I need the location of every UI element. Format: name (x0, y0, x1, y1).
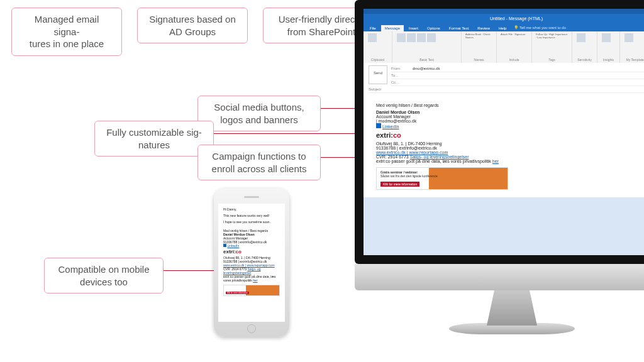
callout-managed: Managed email signa-tures in one place (11, 8, 122, 56)
callout-custom: Fully customizable sig-natures (94, 121, 214, 156)
templates-icon[interactable] (625, 33, 633, 42)
banner-cta[interactable]: Klik for mere information (380, 182, 419, 187)
italic-icon[interactable] (417, 33, 426, 42)
sig-privacy-link[interactable]: her (492, 159, 499, 163)
linkedin-icon[interactable] (376, 123, 381, 128)
font-icon[interactable] (397, 33, 406, 42)
insights-icon[interactable] (602, 33, 611, 42)
callout-text: Compatible on mobiledevices too (58, 264, 149, 287)
callout-mobile: Compatible on mobiledevices too (44, 258, 164, 293)
phone-home-button[interactable] (247, 324, 256, 333)
tags-labels[interactable]: Follow Up · High Importance · Low Import… (536, 33, 568, 39)
sig-web[interactable]: www.extrico.dk | www.reportapp.com (376, 150, 448, 155)
sig-closing: Med venlig hilsen / Best regards (376, 103, 644, 107)
phone-greeting: Hi Danny, (223, 207, 280, 211)
send-button[interactable]: Send (369, 65, 387, 84)
monitor-stand (487, 290, 537, 326)
tab-help[interactable]: Help (495, 25, 510, 31)
banner-cta[interactable]: Klik for mere information (226, 292, 249, 294)
campaign-banner[interactable]: Klik for mere information (223, 285, 280, 296)
group-label: Basic Text (396, 58, 457, 62)
outlook-ribbon: Clipboard Basic Text Address Book · Chec… (364, 31, 644, 63)
sig-privacy-link[interactable]: her (253, 278, 257, 282)
monitor-screen: Untitled - Message (HTML) File Message I… (364, 9, 644, 255)
callout-text: Fully customizable sig-natures (106, 127, 202, 150)
paste-icon[interactable] (368, 33, 377, 42)
callout-text: User-friendly directlyfrom SharePoint (279, 14, 365, 37)
phone-line2: I hope to see you sometime soon. (223, 220, 280, 224)
cc-label[interactable]: Cc… (391, 80, 413, 84)
group-label: Include (501, 58, 528, 62)
sig-title: Account Manager (376, 114, 644, 119)
tab-message[interactable]: Message (381, 25, 404, 31)
bullets-icon[interactable] (427, 33, 436, 42)
sig-cvr: CVR: 2914 6773 (376, 155, 409, 159)
phone-screen: Hi Danny, This new feature works very we… (218, 204, 285, 322)
ribbon-insights: Insights (597, 31, 620, 63)
sig-privacy: extri:co passer godt på dine data, læs v… (376, 159, 491, 163)
callout-adgroups: Signatures based onAD Groups (137, 8, 248, 43)
sig-logo: extri:co (376, 131, 644, 139)
callout-social: Social media buttons,logos and banners (197, 96, 321, 131)
phone-speaker (244, 196, 259, 198)
outlook-tabstrip: File Message Insert Options Format Text … (364, 24, 644, 31)
tab-review[interactable]: Review (474, 25, 494, 31)
callout-text: Campaign functions toenroll across all c… (212, 151, 307, 174)
sig-address: Olufsvej 88, 1. | DK-7400 Herning (376, 141, 644, 146)
from-label: From (391, 67, 413, 70)
callout-text: Signatures based onAD Groups (149, 14, 236, 37)
group-label: My Templates (624, 58, 644, 62)
compose-fields: Send Fromdmo@extrico.dk To… Cc… Subject (364, 63, 644, 96)
monitor: Untitled - Message (HTML) File Message I… (355, 0, 644, 314)
phone-email-content: Hi Danny, This new feature works very we… (218, 204, 285, 300)
monitor-chin (355, 264, 644, 290)
phone-line1: This new feature works very well! (223, 214, 280, 217)
tab-formattext[interactable]: Format Text (445, 25, 473, 31)
window-title: Untitled - Message (HTML) (490, 16, 543, 21)
ribbon-basictext: Basic Text (392, 31, 462, 63)
sig-name: Daniel Mordue Olsen (376, 110, 644, 114)
monitor-bezel: Untitled - Message (HTML) File Message I… (355, 0, 644, 264)
outlook-qat (364, 9, 644, 14)
to-label[interactable]: To… (391, 74, 413, 77)
sensitivity-icon[interactable] (577, 33, 586, 42)
tab-options[interactable]: Options (423, 25, 444, 31)
compose-body[interactable]: Med venlig hilsen / Best regards Daniel … (364, 96, 644, 197)
sig-email-line: | modmo@extrico.dk (376, 119, 644, 123)
campaign-banner[interactable]: Gratis seminar / webinar:Sådan sat fra d… (376, 167, 508, 190)
banner-sub: Sådan sat fra den den ligside konference (380, 174, 438, 178)
sig-terms-link[interactable]: Salgs- og leveringsbetingelser (410, 155, 469, 159)
ribbon-names: Address Book · Check Names Names (462, 31, 497, 63)
callout-campaign: Campaign functions toenroll across all c… (197, 145, 321, 180)
group-label: Names (465, 58, 492, 62)
ribbon-clipboard: Clipboard (364, 31, 392, 63)
callout-text: Managed email signa-tures in one place (30, 14, 104, 49)
ribbon-tags: Follow Up · High Importance · Low Import… (532, 31, 572, 63)
group-label: Tags (536, 58, 568, 62)
linkedin-link[interactable]: LinkedIn (382, 124, 399, 129)
ribbon-sensitivity: Sensitivity (572, 31, 597, 63)
sig-privacy: extri:co passer godt på dine data, læs v… (223, 275, 275, 282)
group-label: Insights (601, 58, 616, 62)
include-labels[interactable]: Attach File · Signature (501, 33, 528, 36)
outlook-titlebar: Untitled - Message (HTML) (364, 14, 644, 24)
phone: Hi Danny, This new feature works very we… (214, 189, 289, 337)
bold-icon[interactable] (407, 33, 416, 42)
linkedin-icon[interactable] (223, 244, 226, 247)
tab-insert[interactable]: Insert (405, 25, 422, 31)
linkedin-link[interactable]: LinkedIn (227, 244, 239, 248)
names-labels[interactable]: Address Book · Check Names (465, 33, 492, 39)
sig-logo: extri:co (223, 249, 280, 255)
tell-me[interactable]: 💡 Tell me what you want to do (514, 25, 566, 31)
callout-text: Social media buttons,logos and banners (214, 102, 304, 125)
sig-phone-email: 91336788 | extrinfo@extrico.dk (376, 146, 644, 150)
ribbon-templates: My Templates (620, 31, 644, 63)
from-value[interactable]: dmo@extrico.dk (413, 67, 440, 70)
tab-file[interactable]: File (366, 25, 380, 31)
ribbon-include: Attach File · Signature Include (497, 31, 532, 63)
subject-label: Subject (369, 87, 390, 91)
group-label: Sensitivity (576, 58, 593, 62)
group-label: Clipboard (367, 58, 388, 62)
